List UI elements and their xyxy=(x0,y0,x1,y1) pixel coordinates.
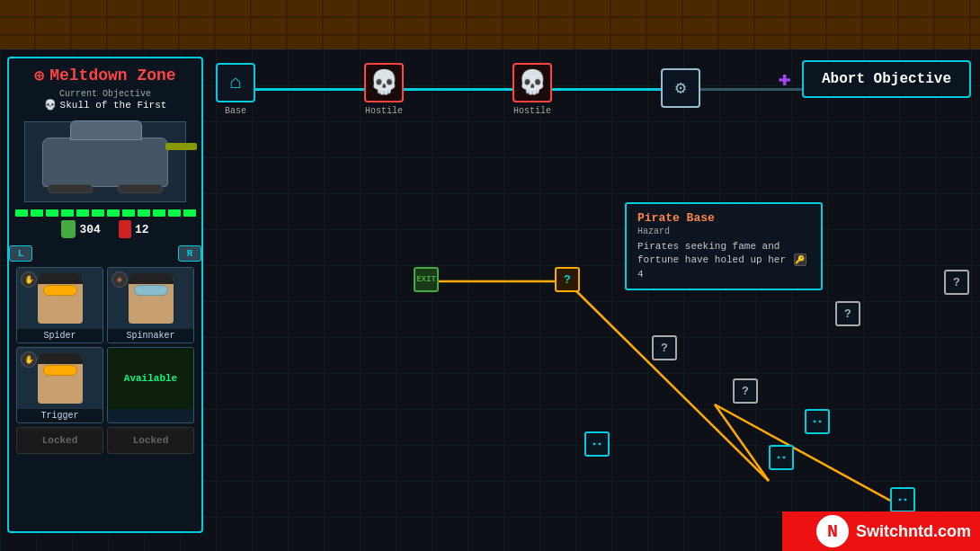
l-button[interactable]: L xyxy=(9,245,32,262)
map-node-active[interactable]: ? xyxy=(555,267,580,292)
nav-node-base[interactable]: ⌂ Base xyxy=(216,63,255,116)
tooltip-body-text: Pirates seeking fame and fortune have ho… xyxy=(637,241,786,265)
health-pip-8 xyxy=(122,209,135,217)
game-area: ⊕ Meltdown Zone Current Objective 💀 Skul… xyxy=(0,49,980,551)
crew-portrait-trigger: ✋ xyxy=(17,348,102,409)
left-panel: ⊕ Meltdown Zone Current Objective 💀 Skul… xyxy=(7,57,203,533)
map-node-q1[interactable]: ? xyxy=(652,335,677,360)
crew-portrait-spider: ✋ xyxy=(17,268,102,329)
vehicle-top xyxy=(70,120,142,140)
portrait-face-spinnaker xyxy=(129,274,174,324)
fuel-resource: 12 xyxy=(119,220,149,238)
svg-line-2 xyxy=(715,404,769,481)
nav-node-hostile2[interactable]: 💀 Hostile xyxy=(512,63,552,116)
nintendo-text: Switchntd.com xyxy=(856,522,971,541)
health-pip-11 xyxy=(168,209,181,217)
map-area: EXIT ? ? ? ? ? ▪▪ ▪▪ ▪▪ ▪▪ ▪▪ ▪▪ Pirate … xyxy=(211,121,971,506)
top-border xyxy=(0,0,980,49)
health-pip-7 xyxy=(107,209,120,217)
portrait-hair-2 xyxy=(129,273,174,284)
resources: 304 12 xyxy=(9,220,201,238)
crew-icon-target: ⊕ xyxy=(111,271,128,288)
health-pip-2 xyxy=(31,209,43,217)
nav-icon-objective: ⚙ xyxy=(661,68,700,108)
map-node-t3[interactable]: ▪▪ xyxy=(805,409,830,434)
crew-portrait-available: Available xyxy=(108,348,193,409)
fuel-icon xyxy=(119,220,131,238)
map-node-q3[interactable]: ? xyxy=(835,301,860,326)
map-node-q2[interactable]: ? xyxy=(733,378,758,404)
locked-text-2: Locked xyxy=(108,428,193,453)
locked-slot-2: Locked xyxy=(107,427,194,454)
zone-title: ⊕ Meltdown Zone xyxy=(13,66,198,85)
nav-node-objective[interactable]: ⚙ xyxy=(661,68,700,111)
portrait-hair-3 xyxy=(38,353,83,364)
health-pip-9 xyxy=(138,209,150,217)
top-nav: ⌂ Base 💀 Hostile 💀 Hostile ⚙ xyxy=(216,63,836,116)
crew-card-spider[interactable]: ✋ Spider xyxy=(16,267,103,343)
map-node-exit[interactable]: EXIT xyxy=(414,267,439,292)
health-pip-5 xyxy=(76,209,89,217)
map-node-q4[interactable]: ? xyxy=(944,270,969,295)
tooltip-body: Pirates seeking fame and fortune have ho… xyxy=(637,240,810,281)
crew-portrait-spinnaker: ⊕ xyxy=(108,268,193,329)
crew-available-text: Available xyxy=(120,355,181,402)
crew-grid: ✋ Spider ⊕ Spinnaker xyxy=(9,267,201,423)
nav-label-hostile1: Hostile xyxy=(365,106,403,116)
portrait-hair xyxy=(38,273,83,284)
tooltip-level: 4 xyxy=(637,269,644,280)
crew-card-spinnaker[interactable]: ⊕ Spinnaker xyxy=(107,267,194,343)
portrait-face-trigger xyxy=(38,354,83,404)
lr-buttons: L R xyxy=(9,245,201,262)
health-pip-4 xyxy=(61,209,74,217)
objective-label: Current Objective xyxy=(13,89,198,99)
pirate-tooltip: Pirate Base Hazard Pirates seeking fame … xyxy=(625,202,823,290)
zone-icon: ⊕ xyxy=(34,66,44,85)
panel-header: ⊕ Meltdown Zone Current Objective 💀 Skul… xyxy=(9,58,201,114)
health-pip-3 xyxy=(46,209,58,217)
map-node-t2[interactable]: ▪▪ xyxy=(769,445,794,470)
map-node-t1[interactable]: ▪▪ xyxy=(584,431,610,457)
nav-icon-hostile1: 💀 xyxy=(364,63,404,102)
nav-node-hostile1[interactable]: 💀 Hostile xyxy=(364,63,404,116)
locked-text-1: Locked xyxy=(17,428,102,453)
home-icon: ⌂ xyxy=(229,72,241,94)
purple-plus-icon: ✚ xyxy=(779,66,791,92)
connector-2 xyxy=(404,88,512,91)
vehicle-cannon xyxy=(165,143,197,150)
crew-icon-hands: ✋ xyxy=(21,271,37,288)
tooltip-icon: 🔑 xyxy=(794,253,806,266)
map-node-t4[interactable]: ▪▪ xyxy=(890,487,915,512)
health-pip-10 xyxy=(153,209,165,217)
crew-name-trigger: Trigger xyxy=(17,409,102,422)
portrait-goggles-3 xyxy=(43,365,77,376)
nav-icon-base: ⌂ xyxy=(216,63,255,102)
crew-card-trigger[interactable]: ✋ Trigger xyxy=(16,347,103,423)
nav-label-base: Base xyxy=(225,106,246,116)
objective-name: 💀 Skull of the First xyxy=(13,99,198,111)
r-button[interactable]: R xyxy=(178,245,201,262)
nav-label-hostile2: Hostile xyxy=(513,106,551,116)
fuel-value: 12 xyxy=(135,223,149,236)
portrait-goggles xyxy=(43,285,77,296)
vehicle-display xyxy=(24,121,186,202)
connector-4 xyxy=(700,88,809,91)
health-pip-1 xyxy=(15,209,28,217)
connector-3 xyxy=(552,88,661,91)
crew-card-available[interactable]: Available xyxy=(107,347,194,423)
ammo-resource: 304 xyxy=(61,220,100,238)
locked-slots: Locked Locked xyxy=(9,427,201,454)
tooltip-subtitle: Hazard xyxy=(637,227,810,236)
skull-icon-1: 💀 xyxy=(370,68,398,97)
health-bar xyxy=(9,209,201,217)
connector-1 xyxy=(255,88,364,91)
portrait-face-spider xyxy=(38,274,83,324)
nintendo-logo: N xyxy=(816,515,849,547)
vehicle-body xyxy=(42,138,168,187)
vehicle-tracks xyxy=(48,184,163,193)
crew-name-spinnaker: Spinnaker xyxy=(108,329,193,342)
ammo-value: 304 xyxy=(79,223,100,236)
right-track xyxy=(118,184,163,193)
abort-button[interactable]: Abort Objective xyxy=(802,60,971,98)
zone-name-text: Meltdown Zone xyxy=(49,67,175,84)
